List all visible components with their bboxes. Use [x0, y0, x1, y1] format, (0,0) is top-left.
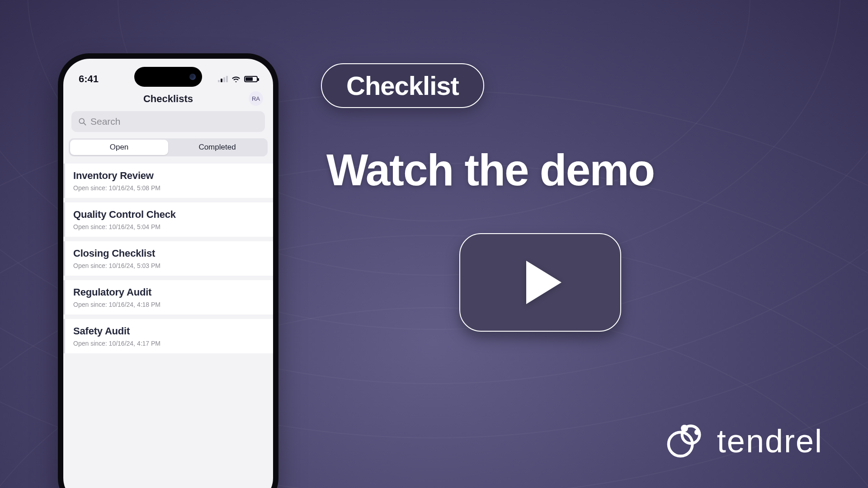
search-input[interactable]: [71, 111, 265, 132]
list-item-subtitle: Open since: 10/16/24, 5:08 PM: [73, 184, 265, 192]
device-frame: 6:41 Checklists RA: [58, 53, 278, 488]
status-right: [218, 75, 258, 83]
list-item[interactable]: Regulatory Audit Open since: 10/16/24, 4…: [63, 280, 273, 314]
search-wrap: [71, 111, 265, 132]
list-item[interactable]: Quality Control Check Open since: 10/16/…: [63, 202, 273, 237]
tabs: Open Completed: [69, 138, 268, 156]
dynamic-island: [134, 67, 202, 87]
wifi-icon: [231, 75, 241, 83]
list-item-title: Quality Control Check: [73, 209, 265, 221]
battery-icon: [244, 76, 258, 82]
tab-completed-label: Completed: [198, 143, 236, 152]
promo-canvas: 6:41 Checklists RA: [0, 0, 868, 488]
search-field[interactable]: [90, 116, 259, 127]
list-item-subtitle: Open since: 10/16/24, 5:04 PM: [73, 223, 265, 230]
list-item-subtitle: Open since: 10/16/24, 4:17 PM: [73, 340, 265, 347]
category-pill-label: Checklist: [346, 71, 459, 100]
list-item-subtitle: Open since: 10/16/24, 5:03 PM: [73, 262, 265, 269]
brand: tendrel: [665, 421, 823, 461]
list-item[interactable]: Closing Checklist Open since: 10/16/24, …: [63, 241, 273, 276]
list-item-title: Inventory Review: [73, 170, 265, 182]
checklist-list: Inventory Review Open since: 10/16/24, 5…: [63, 164, 273, 488]
list-item-subtitle: Open since: 10/16/24, 4:18 PM: [73, 301, 265, 308]
signal-icon: [218, 76, 228, 82]
app-header: Checklists RA: [63, 93, 273, 105]
tab-open[interactable]: Open: [70, 140, 168, 155]
list-item[interactable]: Inventory Review Open since: 10/16/24, 5…: [63, 164, 273, 198]
search-icon: [78, 117, 87, 126]
promo-headline: Watch the demo: [326, 145, 654, 196]
svg-line-1: [84, 123, 86, 125]
brand-name: tendrel: [717, 422, 823, 460]
tab-completed[interactable]: Completed: [168, 140, 266, 155]
list-item-title: Closing Checklist: [73, 248, 265, 259]
svg-point-5: [694, 429, 700, 435]
status-time: 6:41: [79, 73, 99, 85]
svg-point-4: [681, 425, 688, 432]
brand-logo-icon: [665, 421, 704, 461]
list-item-title: Regulatory Audit: [73, 286, 265, 298]
avatar[interactable]: RA: [249, 91, 263, 106]
play-icon: [526, 261, 561, 304]
list-item-title: Safety Audit: [73, 325, 265, 337]
list-item[interactable]: Safety Audit Open since: 10/16/24, 4:17 …: [63, 319, 273, 353]
play-button[interactable]: [459, 233, 621, 332]
avatar-initials: RA: [252, 95, 260, 102]
camera-icon: [189, 74, 196, 80]
page-title: Checklists: [143, 93, 193, 104]
segmented-control: Open Completed: [69, 138, 268, 156]
device-screen: 6:41 Checklists RA: [63, 59, 273, 488]
category-pill: Checklist: [321, 63, 484, 108]
tab-open-label: Open: [110, 143, 129, 152]
